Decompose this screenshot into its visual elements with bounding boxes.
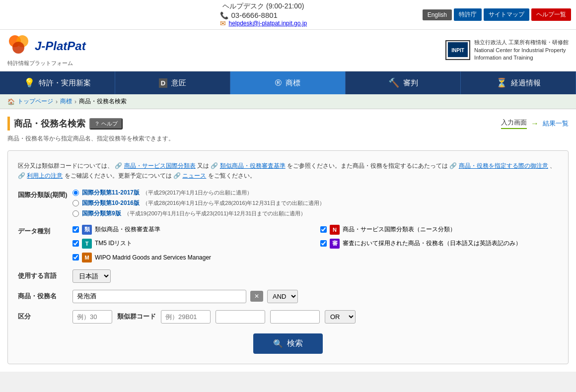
link-designation-notes[interactable]: 商品・役務を指定する際の御注意 xyxy=(459,162,548,169)
classification-option-2[interactable]: 国際分類第10-2016版 （平成28(2016)年1月1日から平成28(201… xyxy=(72,199,558,207)
breadcrumb-top[interactable]: トップページ xyxy=(17,97,53,106)
help-badge-button[interactable]: ？ ヘルプ xyxy=(89,118,123,130)
breadcrumb-trademark[interactable]: 商標 xyxy=(60,97,72,106)
language-row: 使用する言語 日本語 英語 xyxy=(18,269,558,283)
page-nav-current: 入力画面 xyxy=(501,118,527,129)
inpit-logo: INPIT 独立行政法人 工業所有権情報・研修館 National Center… xyxy=(445,39,569,62)
checkbox-ruiji[interactable]: 類 類似商品・役務審査基準 xyxy=(72,225,310,235)
notice-text1: 区分又は類似群コードについては、 xyxy=(18,162,115,169)
classification-option-3[interactable]: 国際分類第9版 （平成19(2007)年1月1日から平成23(2011)年12月… xyxy=(72,209,558,218)
link-goods-services[interactable]: 商品・サービス国際分類表 xyxy=(124,162,196,169)
nav-appeal[interactable]: 🔨 審判 xyxy=(346,71,461,94)
language-content: 日本語 英語 xyxy=(72,269,558,283)
page-nav-arrow: → xyxy=(531,119,539,128)
goods-services-label: 商品・役務名 xyxy=(18,290,72,301)
checkbox-tm5[interactable]: T TM5 IDリスト xyxy=(72,239,310,249)
ruiji-label: 類似商品・役務審査基準 xyxy=(95,225,160,234)
classification-radio-2[interactable] xyxy=(72,200,79,206)
inpit-description: 独立行政法人 工業所有権情報・研修館 National Center for I… xyxy=(474,39,569,62)
help-list-button[interactable]: ヘルプ一覧 xyxy=(531,8,571,21)
checkbox-nices-input[interactable] xyxy=(320,226,327,233)
search-magnifier-icon: 🔍 xyxy=(273,339,283,348)
ext-link-icon3: 🔗 xyxy=(449,162,457,169)
notice-text3: をご参照ください。また商品・役務を指定するにあたっては xyxy=(287,162,449,169)
language-select[interactable]: 日本語 英語 xyxy=(72,269,111,283)
ruiji-code-input3[interactable] xyxy=(270,310,320,324)
phone-icon: 📞 xyxy=(220,11,228,19)
checkbox-madrid[interactable]: M WIPO Madrid Goods and Services Manager xyxy=(72,253,558,262)
nav-design[interactable]: D 意匠 xyxy=(115,71,230,94)
notice-text5: をご確認ください。更新予定については xyxy=(65,172,173,179)
search-button-label: 検索 xyxy=(287,338,303,349)
data-type-grid: 類 類似商品・役務審査基準 N 商品・サービス国際分類表（ニース分類） T TM… xyxy=(72,225,558,249)
ruiji-code-input2[interactable] xyxy=(216,310,265,324)
checkbox-shinsa-input[interactable] xyxy=(320,240,327,247)
nav-trademark-label: 商標 xyxy=(286,78,300,88)
ext-link-icon2: 🔗 xyxy=(211,162,218,169)
ruiji-icon: 類 xyxy=(82,225,92,235)
goods-services-row: 商品・役務名 ✕ AND OR NOT xyxy=(18,290,558,303)
language-label: 使用する言語 xyxy=(18,269,72,280)
madrid-icon: M xyxy=(82,253,92,262)
checkbox-nices[interactable]: N 商品・サービス国際分類表（ニース分類） xyxy=(320,225,558,235)
email-icon: ✉ xyxy=(220,19,226,27)
nav-patent[interactable]: 💡 特許・実用新案 xyxy=(0,71,115,94)
notice-text4: 、 xyxy=(550,162,556,169)
nav-bar: 💡 特許・実用新案 D 意匠 ® 商標 🔨 審判 ⏳ 経過情報 xyxy=(0,71,576,94)
svg-text:INPIT: INPIT xyxy=(451,48,464,53)
checkbox-ruiji-input[interactable] xyxy=(72,226,79,233)
checkbox-tm5-input[interactable] xyxy=(72,240,79,247)
bunrui-content: 類似群コード OR AND xyxy=(72,310,558,324)
madrid-label: WIPO Madrid Goods and Services Manager xyxy=(95,254,211,261)
logo-left: J-PlatPat 特許情報プラットフォーム xyxy=(7,34,86,67)
nav-trademark[interactable]: ® 商標 xyxy=(230,71,346,94)
page-title-area: 商品・役務名検索 ？ ヘルプ 入力画面 → 結果一覧 xyxy=(7,117,569,131)
notice-text2: 又は xyxy=(197,162,211,169)
nices-label: 商品・サービス国際分類表（ニース分類） xyxy=(343,225,456,234)
logo-image: J-PlatPat xyxy=(7,34,86,59)
english-button[interactable]: English xyxy=(423,9,452,20)
classification-radio-1[interactable] xyxy=(72,190,79,196)
classification-row: 国際分類版(期間) 国際分類第11-2017版 （平成29(2017)年1月1日… xyxy=(18,189,558,218)
nav-design-label: 意匠 xyxy=(171,78,186,88)
data-type-row: データ種別 類 類似商品・役務審査基準 N 商品・サービス国際分類表（ニース分類… xyxy=(18,225,558,262)
data-type-label: データ種別 xyxy=(18,225,72,236)
page-nav-results[interactable]: 結果一覧 xyxy=(543,119,569,128)
goods-operator-select[interactable]: AND OR NOT xyxy=(267,290,298,303)
link-usage-notes[interactable]: 利用上の注意 xyxy=(27,172,63,179)
svg-point-2 xyxy=(12,42,24,54)
bunrui-operator-select[interactable]: OR AND xyxy=(325,310,356,324)
appeal-icon: 🔨 xyxy=(388,77,399,88)
nav-progress-label: 経過情報 xyxy=(511,78,541,88)
goods-clear-button[interactable]: ✕ xyxy=(250,291,263,302)
notice-text: 区分又は類似群コードについては、 🔗 商品・サービス国際分類表 又は 🔗 類似商… xyxy=(18,161,558,181)
goods-search-input[interactable] xyxy=(72,290,246,303)
patent-office-button[interactable]: 特許庁 xyxy=(454,8,482,21)
ext-link-icon1: 🔗 xyxy=(115,162,122,169)
email-link[interactable]: ✉ helpdesk@j-platpat.inpit.go.jp xyxy=(220,19,307,27)
inpit-label: INPIT xyxy=(448,42,468,58)
logo-subtitle: 特許情報プラットフォーム xyxy=(7,60,86,67)
ruiji-code-input1[interactable] xyxy=(161,310,211,324)
link-similar-standards[interactable]: 類似商品・役務審査基準 xyxy=(220,162,286,169)
form-container: 区分又は類似群コードについては、 🔗 商品・サービス国際分類表 又は 🔗 類似商… xyxy=(7,150,569,364)
page-description: 商品・役務名等から指定商品名、指定役務等を検索できます。 xyxy=(7,134,569,143)
data-type-content: 類 類似商品・役務審査基準 N 商品・サービス国際分類表（ニース分類） T TM… xyxy=(72,225,558,262)
search-button[interactable]: 🔍 検索 xyxy=(253,333,323,354)
patent-icon: 💡 xyxy=(24,77,35,88)
ext-link-icon5: 🔗 xyxy=(173,172,181,179)
logo-area: J-PlatPat 特許情報プラットフォーム INPIT 独立行政法人 工業所有… xyxy=(0,30,576,71)
classification-option-1[interactable]: 国際分類第11-2017版 （平成29(2017)年1月1日からの出願に適用） xyxy=(72,189,558,197)
link-news[interactable]: ニュース xyxy=(182,172,206,179)
sitemap-button[interactable]: サイトマップ xyxy=(484,8,529,21)
nav-progress[interactable]: ⏳ 経過情報 xyxy=(461,71,576,94)
classification-radio-3[interactable] xyxy=(72,210,79,217)
helpdesk-info: ヘルプデスク (9:00-21:00) 📞 03-6666-8801 ✉ hel… xyxy=(220,2,307,27)
classification-radio-group: 国際分類第11-2017版 （平成29(2017)年1月1日からの出願に適用） … xyxy=(72,189,558,218)
ext-link-icon4: 🔗 xyxy=(18,172,25,179)
trademark-icon: ® xyxy=(275,78,282,88)
bunrui-input[interactable] xyxy=(72,310,112,324)
checkbox-shinsa[interactable]: 審 審査において採用された商品・役務名（日本語又は英語表記のみ） xyxy=(320,239,558,249)
checkbox-madrid-input[interactable] xyxy=(72,254,79,261)
bunrui-label: 区分 xyxy=(18,310,72,321)
